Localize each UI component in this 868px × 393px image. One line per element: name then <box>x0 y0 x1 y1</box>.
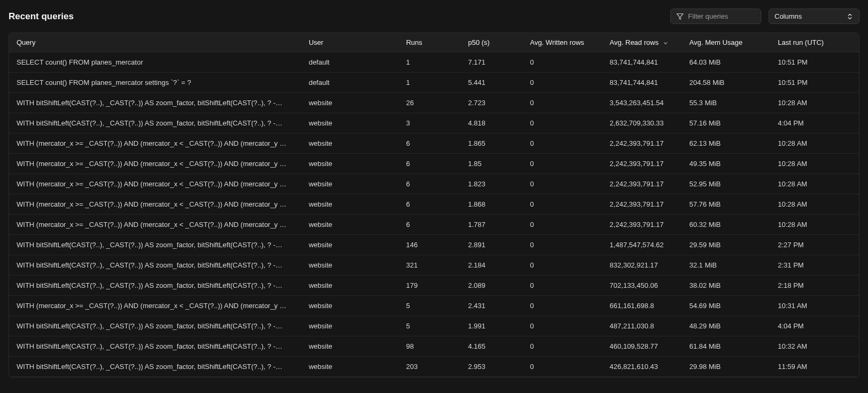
sort-desc-icon <box>663 41 668 46</box>
cell-read: 83,741,744,841 <box>602 52 682 73</box>
cell-user: website <box>301 154 398 174</box>
cell-user: website <box>301 194 398 215</box>
cell-read: 426,821,610.43 <box>602 357 682 377</box>
cell-runs: 6 <box>398 154 460 174</box>
cell-mem: 54.69 MiB <box>682 296 771 316</box>
cell-mem: 38.02 MiB <box>682 276 771 296</box>
cell-user: default <box>301 52 398 73</box>
cell-last: 2:27 PM <box>770 235 859 255</box>
cell-runs: 6 <box>398 133 460 154</box>
cell-query: WITH bitShiftLeft(CAST(?..), _CAST(?..))… <box>9 113 301 133</box>
cell-written: 0 <box>522 357 602 377</box>
table-row[interactable]: WITH (mercator_x >= _CAST(?..)) AND (mer… <box>9 194 859 215</box>
table-row[interactable]: WITH bitShiftLeft(CAST(?..), _CAST(?..))… <box>9 113 859 133</box>
cell-p50: 1.865 <box>460 133 522 154</box>
cell-query: WITH bitShiftLeft(CAST(?..), _CAST(?..))… <box>9 235 301 255</box>
cell-read: 460,109,528.77 <box>602 336 682 357</box>
cell-read: 661,161,698.8 <box>602 296 682 316</box>
cell-last: 10:28 AM <box>770 194 859 215</box>
cell-query: WITH (mercator_x >= _CAST(?..)) AND (mer… <box>9 215 301 235</box>
table-row[interactable]: WITH (mercator_x >= _CAST(?..)) AND (mer… <box>9 154 859 174</box>
cell-user: website <box>301 296 398 316</box>
header-read[interactable]: Avg. Read rows <box>602 33 682 52</box>
table-row[interactable]: SELECT count() FROM planes_mercator sett… <box>9 73 859 93</box>
cell-user: website <box>301 255 398 276</box>
table-row[interactable]: WITH bitShiftLeft(CAST(?..), _CAST(?..))… <box>9 316 859 336</box>
cell-last: 10:28 AM <box>770 215 859 235</box>
cell-user: website <box>301 113 398 133</box>
cell-mem: 61.84 MiB <box>682 336 771 357</box>
cell-last: 10:51 PM <box>770 52 859 73</box>
cell-written: 0 <box>522 255 602 276</box>
cell-mem: 55.3 MiB <box>682 93 771 113</box>
cell-mem: 29.98 MiB <box>682 357 771 377</box>
header-runs[interactable]: Runs <box>398 33 460 52</box>
table-row[interactable]: WITH bitShiftLeft(CAST(?..), _CAST(?..))… <box>9 336 859 357</box>
header-written[interactable]: Avg. Written rows <box>522 33 602 52</box>
cell-mem: 29.59 MiB <box>682 235 771 255</box>
cell-query: WITH bitShiftLeft(CAST(?..), _CAST(?..))… <box>9 93 301 113</box>
cell-p50: 1.85 <box>460 154 522 174</box>
cell-written: 0 <box>522 52 602 73</box>
cell-user: website <box>301 357 398 377</box>
cell-query: WITH (mercator_x >= _CAST(?..)) AND (mer… <box>9 194 301 215</box>
cell-runs: 6 <box>398 215 460 235</box>
cell-mem: 52.95 MiB <box>682 174 771 194</box>
table-row[interactable]: SELECT count() FROM planes_mercatordefau… <box>9 52 859 73</box>
header-mem[interactable]: Avg. Mem Usage <box>682 33 771 52</box>
cell-query: SELECT count() FROM planes_mercator <box>9 52 301 73</box>
table-row[interactable]: WITH bitShiftLeft(CAST(?..), _CAST(?..))… <box>9 93 859 113</box>
cell-read: 832,302,921.17 <box>602 255 682 276</box>
cell-query: WITH bitShiftLeft(CAST(?..), _CAST(?..))… <box>9 357 301 377</box>
cell-last: 10:28 AM <box>770 93 859 113</box>
cell-read: 2,242,393,791.17 <box>602 154 682 174</box>
filter-input-wrap[interactable] <box>670 9 761 24</box>
cell-p50: 2.184 <box>460 255 522 276</box>
table-row[interactable]: WITH (mercator_x >= _CAST(?..)) AND (mer… <box>9 215 859 235</box>
cell-user: website <box>301 235 398 255</box>
cell-written: 0 <box>522 113 602 133</box>
cell-p50: 2.953 <box>460 357 522 377</box>
cell-query: WITH (mercator_x >= _CAST(?..)) AND (mer… <box>9 133 301 154</box>
cell-runs: 6 <box>398 194 460 215</box>
table-row[interactable]: WITH bitShiftLeft(CAST(?..), _CAST(?..))… <box>9 235 859 255</box>
cell-last: 11:59 AM <box>770 357 859 377</box>
filter-input[interactable] <box>688 12 755 20</box>
cell-p50: 1.787 <box>460 215 522 235</box>
cell-written: 0 <box>522 336 602 357</box>
header-last[interactable]: Last run (UTC) <box>770 33 859 52</box>
table-row[interactable]: WITH bitShiftLeft(CAST(?..), _CAST(?..))… <box>9 255 859 276</box>
cell-runs: 203 <box>398 357 460 377</box>
header-p50[interactable]: p50 (s) <box>460 33 522 52</box>
table-row[interactable]: WITH (mercator_x >= _CAST(?..)) AND (mer… <box>9 296 859 316</box>
table-row[interactable]: WITH bitShiftLeft(CAST(?..), _CAST(?..))… <box>9 276 859 296</box>
cell-user: website <box>301 276 398 296</box>
cell-runs: 5 <box>398 296 460 316</box>
queries-table: Query User Runs p50 (s) Avg. Written row… <box>9 33 859 378</box>
cell-runs: 26 <box>398 93 460 113</box>
cell-mem: 49.35 MiB <box>682 154 771 174</box>
cell-runs: 5 <box>398 316 460 336</box>
header-user[interactable]: User <box>301 33 398 52</box>
cell-written: 0 <box>522 93 602 113</box>
cell-query: WITH bitShiftLeft(CAST(?..), _CAST(?..))… <box>9 336 301 357</box>
cell-last: 10:31 AM <box>770 296 859 316</box>
cell-runs: 179 <box>398 276 460 296</box>
cell-p50: 2.431 <box>460 296 522 316</box>
cell-last: 4:04 PM <box>770 316 859 336</box>
cell-runs: 6 <box>398 174 460 194</box>
table-row[interactable]: WITH bitShiftLeft(CAST(?..), _CAST(?..))… <box>9 357 859 377</box>
cell-user: website <box>301 215 398 235</box>
cell-p50: 4.818 <box>460 113 522 133</box>
cell-read: 83,741,744,841 <box>602 73 682 93</box>
cell-last: 2:31 PM <box>770 255 859 276</box>
cell-p50: 2.723 <box>460 93 522 113</box>
cell-read: 487,211,030.8 <box>602 316 682 336</box>
header-query[interactable]: Query <box>9 33 301 52</box>
cell-query: WITH (mercator_x >= _CAST(?..)) AND (mer… <box>9 174 301 194</box>
cell-read: 2,242,393,791.17 <box>602 194 682 215</box>
cell-runs: 98 <box>398 336 460 357</box>
columns-select[interactable]: Columns <box>769 9 859 24</box>
table-row[interactable]: WITH (mercator_x >= _CAST(?..)) AND (mer… <box>9 133 859 154</box>
table-row[interactable]: WITH (mercator_x >= _CAST(?..)) AND (mer… <box>9 174 859 194</box>
